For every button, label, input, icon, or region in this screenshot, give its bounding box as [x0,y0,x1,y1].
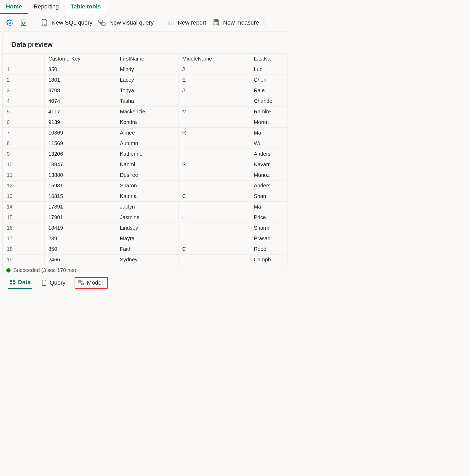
row-number-cell[interactable]: 8 [3,138,44,149]
cell[interactable]: C [179,191,250,202]
table-row[interactable]: 5 4117 Mackenzie M Ramire [3,107,288,117]
table-row[interactable]: 9 13206 Katherine Anders [3,149,288,159]
cell[interactable]: Navarr [250,159,288,170]
cell[interactable] [179,117,250,128]
cell[interactable]: Prasad [250,233,288,244]
cell[interactable]: Naomi [116,159,179,170]
row-number-cell[interactable]: 13 [3,191,44,202]
cell[interactable]: Chande [250,96,288,107]
cell[interactable]: S [179,159,250,170]
row-number-cell[interactable]: 19 [3,255,44,265]
refresh-button[interactable] [20,19,28,27]
row-number-cell[interactable]: 17 [3,233,44,244]
row-number-cell[interactable]: 7 [3,128,44,138]
cell[interactable]: Kendra [116,117,179,128]
table-row[interactable]: 15 17901 Jasmine L Price [3,212,288,223]
new-measure-button[interactable]: New measure [212,19,259,27]
row-number-cell[interactable]: 12 [3,181,44,191]
bottom-tab-query[interactable]: Query [40,277,67,289]
table-row[interactable]: 6 9139 Kendra Moren [3,117,288,128]
table-row[interactable]: 13 16815 Katrina C Shan [3,191,288,202]
cell[interactable]: 850 [44,244,116,255]
cell[interactable]: 4117 [44,107,116,117]
cell[interactable]: Sydney [116,255,179,265]
cell[interactable]: Autumn [116,138,179,149]
cell[interactable]: Luo [250,64,288,75]
new-visual-query-button[interactable]: New visual query [98,19,154,27]
cell[interactable]: 9139 [44,117,116,128]
cell[interactable]: Katrina [116,191,179,202]
cell[interactable] [179,233,250,244]
cell[interactable]: Ramire [250,107,288,117]
table-row[interactable]: 17 239 Mayra Prasad [3,233,288,244]
column-header[interactable]: CustomerKey [44,54,116,64]
table-row[interactable]: 18 850 Faith C Reed [3,244,288,255]
cell[interactable]: Aimee [116,128,179,138]
cell[interactable]: Anders [250,149,288,159]
cell[interactable] [179,149,250,159]
cell[interactable]: R [179,128,250,138]
cell[interactable]: Faith [116,244,179,255]
cell[interactable]: Jaclyn [116,202,179,212]
cell[interactable]: Lindsey [116,223,179,233]
cell[interactable]: 11569 [44,138,116,149]
cell[interactable]: Katherine [116,149,179,159]
cell[interactable]: E [179,75,250,85]
cell[interactable]: J [179,64,250,75]
row-number-cell[interactable]: 9 [3,149,44,159]
bottom-tab-model[interactable]: Model [78,279,103,287]
cell[interactable]: Sharon [116,181,179,191]
cell[interactable]: 13847 [44,159,116,170]
new-report-button[interactable]: New report [167,19,206,27]
cell[interactable]: L [179,212,250,223]
cell[interactable]: Raje [250,85,288,96]
table-row[interactable]: 16 18419 Lindsey Sharm [3,223,288,233]
cell[interactable] [179,96,250,107]
cell[interactable]: 350 [44,64,116,75]
table-row[interactable]: 8 11569 Autumn Wu [3,138,288,149]
cell[interactable]: 15931 [44,181,116,191]
cell[interactable]: 17901 [44,212,116,223]
row-number-cell[interactable]: 3 [3,85,44,96]
cell[interactable] [179,181,250,191]
table-row[interactable]: 11 13880 Desiree Munoz [3,170,288,181]
bottom-tab-data[interactable]: Data [8,276,32,289]
cell[interactable]: 239 [44,233,116,244]
cell[interactable]: C [179,244,250,255]
table-row[interactable]: 10 13847 Naomi S Navarr [3,159,288,170]
cell[interactable]: Desiree [116,170,179,181]
cell[interactable]: 18419 [44,223,116,233]
cell[interactable] [179,223,250,233]
row-number-cell[interactable]: 18 [3,244,44,255]
cell[interactable]: 13206 [44,149,116,159]
tab-table-tools[interactable]: Table tools [65,0,107,14]
row-number-cell[interactable]: 2 [3,75,44,85]
cell[interactable]: Lacey [116,75,179,85]
cell[interactable]: Ma [250,202,288,212]
column-header[interactable]: MiddleName [179,54,250,64]
table-row[interactable]: 4 4074 Tasha Chande [3,96,288,107]
table-row[interactable]: 12 15931 Sharon Anders [3,181,288,191]
cell[interactable]: Sharm [250,223,288,233]
row-number-header[interactable] [3,54,44,64]
table-row[interactable]: 7 10869 Aimee R Ma [3,128,288,138]
cell[interactable]: 13880 [44,170,116,181]
row-number-cell[interactable]: 5 [3,107,44,117]
cell[interactable]: Mackenzie [116,107,179,117]
cell[interactable]: 3708 [44,85,116,96]
cell[interactable]: 16815 [44,191,116,202]
cell[interactable]: Campb [250,255,288,265]
data-grid[interactable]: CustomerKeyFirstNameMiddleNameLastNa 1 3… [3,53,288,265]
table-row[interactable]: 19 2466 Sydney Campb [3,255,288,265]
cell[interactable]: Mayra [116,233,179,244]
cell[interactable]: Anders [250,181,288,191]
row-number-cell[interactable]: 15 [3,212,44,223]
cell[interactable]: Wu [250,138,288,149]
cell[interactable]: Mindy [116,64,179,75]
new-sql-query-button[interactable]: SQL New SQL query [40,19,92,27]
cell[interactable]: Chen [250,75,288,85]
cell[interactable]: 17891 [44,202,116,212]
cell[interactable]: Reed [250,244,288,255]
column-header[interactable]: FirstName [116,54,179,64]
cell[interactable]: Jasmine [116,212,179,223]
